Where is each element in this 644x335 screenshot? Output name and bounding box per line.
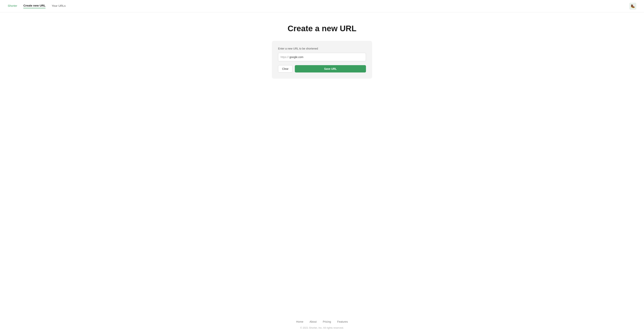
- footer-links: Home About Pricing Features: [296, 320, 348, 323]
- avatar[interactable]: 🥾: [629, 3, 636, 10]
- footer: Home About Pricing Features © 2021 Short…: [0, 312, 644, 335]
- url-input[interactable]: [290, 56, 364, 58]
- clear-button[interactable]: Clear: [278, 65, 292, 72]
- footer-link-pricing[interactable]: Pricing: [323, 320, 331, 323]
- avatar-icon: 🥾: [631, 4, 635, 8]
- url-form-card: Enter a new URL to be shortened https://…: [272, 41, 372, 79]
- footer-copyright: © 2021 Shorter, Inc. All rights reserved…: [300, 326, 344, 329]
- navbar: Shorter Create new URL Your URLs 🥾: [0, 0, 644, 12]
- nav-links: Shorter Create new URL Your URLs: [8, 4, 629, 8]
- nav-brand[interactable]: Shorter: [8, 4, 17, 8]
- footer-link-features[interactable]: Features: [337, 320, 348, 323]
- button-row: Clear Save URL: [278, 65, 366, 72]
- nav-link-create-new-url[interactable]: Create new URL: [23, 4, 46, 8]
- save-url-button[interactable]: Save URL: [295, 65, 366, 72]
- footer-link-home[interactable]: Home: [296, 320, 303, 323]
- url-input-wrapper: https://: [278, 53, 366, 61]
- form-label: Enter a new URL to be shortened: [278, 47, 366, 50]
- footer-link-about[interactable]: About: [310, 320, 316, 323]
- nav-link-your-urls[interactable]: Your URLs: [52, 4, 66, 8]
- page-title: Create a new URL: [288, 24, 356, 33]
- main-content: Create a new URL Enter a new URL to be s…: [0, 12, 644, 312]
- url-prefix: https://: [280, 56, 289, 58]
